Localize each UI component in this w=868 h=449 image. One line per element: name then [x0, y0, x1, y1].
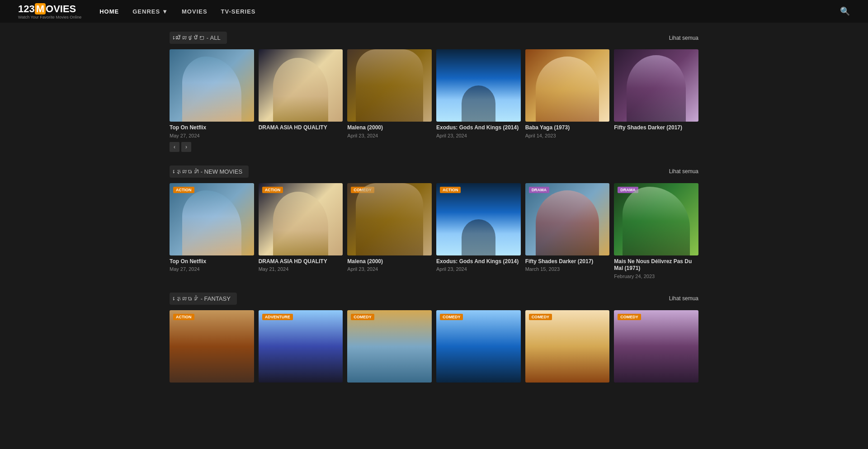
movie-date: May 27, 2024	[170, 133, 254, 138]
movie-image	[436, 49, 521, 122]
movie-thumbnail	[525, 49, 610, 122]
movie-card[interactable]: COMEDY	[614, 310, 698, 385]
movie-card[interactable]: ACTION DRAMA ASIA HD QUALITY May 21, 202…	[259, 183, 343, 279]
nav-links: HOME GENRES ▼ MOVIES TV-SERIES	[99, 8, 840, 15]
section-title-all: មើលថ្មីៗ - ALL	[170, 32, 227, 44]
movie-title: Top On Netflix	[170, 258, 254, 265]
movie-image	[259, 49, 343, 122]
movie-card[interactable]: COMEDY	[347, 310, 432, 385]
movie-card[interactable]: Malena (2000) April 23, 2024	[347, 49, 432, 152]
genre-badge: DRAMA	[529, 187, 550, 193]
movie-card[interactable]: COMEDY Malena (2000) April 23, 2024	[347, 183, 432, 279]
genre-badge: ACTION	[440, 187, 461, 193]
genre-badge: COMEDY	[440, 314, 463, 320]
section-khmer-new: ភ្លេចទំា	[176, 168, 199, 175]
movie-image	[614, 183, 698, 255]
next-arrow[interactable]: ›	[181, 142, 191, 152]
section-fantasy: ភ្លេចទំ - FANTASY Lihat semua ACTION ADV…	[170, 293, 698, 385]
movie-card[interactable]: ACTION	[170, 310, 254, 385]
lihat-semua-new[interactable]: Lihat semua	[669, 168, 698, 175]
movie-thumbnail	[347, 49, 432, 122]
movie-thumbnail: COMEDY	[525, 310, 610, 383]
movie-card[interactable]: COMEDY	[525, 310, 610, 385]
movie-grid-fantasy: ACTION ADVENTURE COMEDY	[170, 310, 698, 385]
genre-badge: ACTION	[173, 187, 194, 193]
section-header-fantasy: ភ្លេចទំ - FANTASY Lihat semua	[170, 293, 698, 305]
movie-image	[170, 183, 254, 255]
movie-date: April 14, 2023	[525, 133, 610, 138]
movie-thumbnail: ACTION	[170, 183, 254, 255]
movie-card[interactable]: DRAMA ASIA HD QUALITY	[259, 49, 343, 152]
movie-image	[436, 183, 521, 255]
movie-card[interactable]: ACTION Top On Netflix May 27, 2024	[170, 183, 254, 279]
movie-grid-all: Top On Netflix May 27, 2024 ‹ › DRAMA AS…	[170, 49, 698, 152]
movie-thumbnail	[436, 49, 521, 122]
lihat-semua-all[interactable]: Lihat semua	[669, 35, 698, 41]
section-label-new: - NEW MOVIES	[201, 168, 242, 175]
movie-date: May 27, 2024	[170, 266, 254, 272]
movie-thumbnail	[614, 49, 698, 122]
movie-title: Mais Ne Nous Délivrez Pas Du Mal (1971)	[614, 258, 698, 272]
section-all: មើលថ្មីៗ - ALL Lihat semua Top On Netfli…	[170, 32, 698, 152]
movie-date: April 23, 2024	[347, 133, 432, 138]
movie-date: April 23, 2024	[436, 133, 521, 138]
movie-date: February 24, 2023	[614, 274, 698, 279]
movie-thumbnail: ACTION	[436, 183, 521, 255]
site-logo[interactable]: 123MOVIES Watch Your Favorite Movies Onl…	[18, 3, 81, 19]
genre-badge: ACTION	[262, 187, 283, 193]
nav-movies[interactable]: MOVIES	[182, 8, 208, 15]
movie-grid-new: ACTION Top On Netflix May 27, 2024 ACTIO…	[170, 183, 698, 279]
movie-card[interactable]: Top On Netflix May 27, 2024 ‹ ›	[170, 49, 254, 152]
section-title-fantasy: ភ្លេចទំ - FANTASY	[170, 293, 237, 305]
movie-card[interactable]: DRAMA Fifty Shades Darker (2017) March 1…	[525, 183, 610, 279]
movie-thumbnail	[170, 49, 254, 122]
nav-genres[interactable]: GENRES ▼	[132, 8, 168, 15]
logo-text: 123MOVIES	[18, 3, 81, 15]
nav-tv-series[interactable]: TV-SERIES	[221, 8, 256, 15]
genre-badge: COMEDY	[618, 314, 641, 320]
movie-title: Top On Netflix	[170, 124, 254, 132]
movie-title: Exodus: Gods And Kings (2014)	[436, 124, 521, 132]
movie-title: DRAMA ASIA HD QUALITY	[259, 258, 343, 265]
search-icon[interactable]: 🔍	[840, 6, 850, 16]
genre-badge: COMEDY	[351, 314, 374, 320]
movie-title: Fifty Shades Darker (2017)	[614, 124, 698, 132]
navbar: 123MOVIES Watch Your Favorite Movies Onl…	[0, 0, 868, 23]
movie-card[interactable]: COMEDY	[436, 310, 521, 385]
movie-title: Baba Yaga (1973)	[525, 124, 610, 132]
movie-thumbnail: DRAMA	[525, 183, 610, 255]
movie-thumbnail: DRAMA	[614, 183, 698, 255]
movie-card[interactable]: Fifty Shades Darker (2017)	[614, 49, 698, 152]
movie-card[interactable]: Baba Yaga (1973) April 14, 2023	[525, 49, 610, 152]
movie-card[interactable]: ADVENTURE	[259, 310, 343, 385]
nav-arrows: ‹ ›	[170, 142, 254, 152]
movie-image	[525, 183, 610, 255]
movie-thumbnail: ACTION	[259, 183, 343, 255]
movie-card[interactable]: ACTION Exodus: Gods And Kings (2014) Apr…	[436, 183, 521, 279]
section-title-new: ភ្លេចទំា - NEW MOVIES	[170, 165, 249, 178]
section-header-new: ភ្លេចទំា - NEW MOVIES Lihat semua	[170, 165, 698, 178]
genre-badge: ADVENTURE	[262, 314, 293, 320]
prev-arrow[interactable]: ‹	[170, 142, 179, 152]
movie-thumbnail: COMEDY	[347, 183, 432, 255]
movie-image	[525, 49, 610, 122]
section-label-all: - ALL	[207, 34, 221, 41]
movie-title: Fifty Shades Darker (2017)	[525, 258, 610, 265]
section-new-movies: ភ្លេចទំា - NEW MOVIES Lihat semua ACTION…	[170, 165, 698, 279]
movie-thumbnail: COMEDY	[347, 310, 432, 383]
lihat-semua-fantasy[interactable]: Lihat semua	[669, 295, 698, 302]
movie-date: May 21, 2024	[259, 266, 343, 272]
movie-date: March 15, 2023	[525, 266, 610, 272]
nav-home[interactable]: HOME	[99, 8, 119, 15]
movie-image	[259, 183, 343, 255]
logo-subtitle: Watch Your Favorite Movies Online	[18, 15, 81, 19]
section-khmer-fantasy: ភ្លេចទំ	[176, 295, 199, 302]
section-header-all: មើលថ្មីៗ - ALL Lihat semua	[170, 32, 698, 44]
genre-badge: ACTION	[173, 314, 194, 320]
movie-date: April 23, 2024	[347, 266, 432, 272]
movie-thumbnail: COMEDY	[614, 310, 698, 383]
movie-card[interactable]: DRAMA Mais Ne Nous Délivrez Pas Du Mal (…	[614, 183, 698, 279]
movie-thumbnail	[259, 49, 343, 122]
movie-card[interactable]: Exodus: Gods And Kings (2014) April 23, …	[436, 49, 521, 152]
section-khmer-all: មើលថ្មីៗ	[176, 34, 205, 41]
